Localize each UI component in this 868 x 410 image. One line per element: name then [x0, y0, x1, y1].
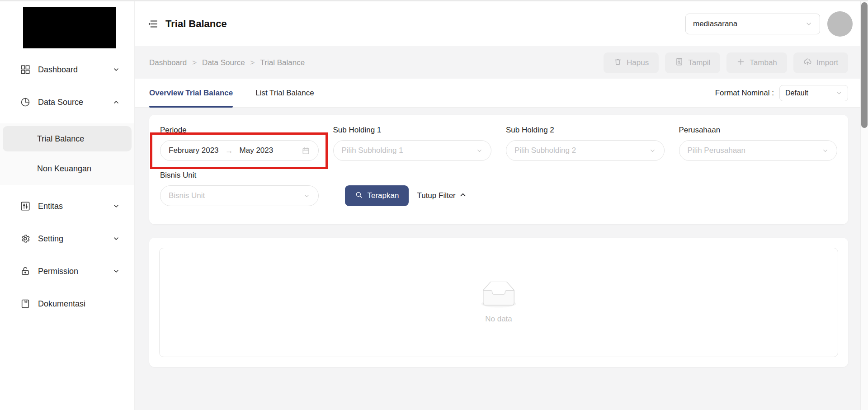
- file-search-icon: [675, 57, 684, 68]
- tab-strip: Overview Trial Balance List Trial Balanc…: [135, 79, 868, 108]
- empty-inbox-icon: [477, 282, 520, 311]
- sub-holding-1-placeholder: Pilih Subholding 1: [342, 146, 403, 155]
- sub-holding-1-select[interactable]: Pilih Subholding 1: [333, 140, 492, 161]
- periode-label: Periode: [160, 126, 319, 135]
- company-logo-redacted: [23, 7, 116, 48]
- terapkan-button[interactable]: Terapkan: [345, 185, 409, 206]
- top-header: Trial Balance mediasarana: [135, 1, 868, 46]
- format-nominal-select[interactable]: Default: [779, 85, 848, 101]
- chevron-down-icon: [836, 90, 842, 96]
- chevron-down-icon: [113, 235, 120, 242]
- workspace-select-value: mediasarana: [693, 19, 737, 28]
- sidebar-item-label: Dashboard: [38, 65, 78, 75]
- scrollbar-thumb[interactable]: [861, 2, 868, 128]
- tab-list-trial-balance[interactable]: List Trial Balance: [255, 79, 314, 107]
- bisnis-unit-label: Bisnis Unit: [160, 171, 319, 180]
- sub-holding-1-label: Sub Holding 1: [333, 126, 492, 135]
- hapus-button-label: Hapus: [627, 58, 649, 67]
- sub-holding-1-filter: Sub Holding 1 Pilih Subholding 1: [333, 126, 492, 161]
- filter-panel: Periode February 2023 → May 2023: [149, 115, 848, 224]
- chevron-down-icon: [303, 193, 310, 199]
- data-source-submenu: Trial Balance Non Keuangan: [0, 123, 134, 185]
- sidebar-item-label: Dokumentasi: [38, 299, 85, 309]
- format-nominal-label: Format Nominal :: [715, 89, 774, 98]
- pie-chart-icon: [20, 97, 31, 108]
- format-nominal: Format Nominal : Default: [715, 85, 848, 101]
- tambah-button-label: Tambah: [750, 58, 777, 67]
- chevron-down-icon: [113, 203, 120, 210]
- format-nominal-value: Default: [785, 89, 808, 97]
- periode-filter: Periode February 2023 → May 2023: [160, 126, 319, 161]
- chevron-down-icon: [476, 147, 483, 154]
- tampil-button[interactable]: Tampil: [665, 52, 720, 73]
- avatar[interactable]: [827, 11, 853, 37]
- sidebar-item-dashboard[interactable]: Dashboard: [0, 58, 134, 81]
- cloud-upload-icon: [803, 57, 812, 68]
- filter-grid: Periode February 2023 → May 2023: [160, 126, 837, 206]
- plus-icon: [736, 57, 745, 68]
- toolbar: Hapus Tampil Tambah Import: [604, 52, 848, 73]
- page-scrollbar[interactable]: [860, 1, 868, 410]
- terapkan-button-label: Terapkan: [368, 191, 399, 200]
- sidebar-item-entitas[interactable]: Entitas: [0, 195, 134, 217]
- chevron-down-icon: [113, 268, 120, 275]
- hapus-button[interactable]: Hapus: [604, 52, 659, 73]
- chevron-down-icon: [649, 147, 656, 154]
- sub-holding-2-label: Sub Holding 2: [506, 126, 665, 135]
- periode-range-picker[interactable]: February 2023 → May 2023: [160, 140, 319, 161]
- periode-start-value: February 2023: [169, 146, 219, 155]
- perusahaan-placeholder: Pilih Perusahaan: [688, 146, 746, 155]
- sliders-icon: [20, 201, 31, 212]
- main-area: Trial Balance mediasarana Dashboard > Da…: [135, 1, 868, 410]
- trash-icon: [613, 57, 622, 68]
- breadcrumb-dashboard[interactable]: Dashboard: [149, 58, 187, 67]
- bisnis-unit-filter: Bisnis Unit Bisnis Unit: [160, 171, 319, 206]
- tutup-filter-link[interactable]: Tutup Filter: [417, 191, 466, 201]
- app-root: Dashboard Data Source Trial Balance: [0, 1, 868, 410]
- sidebar-item-setting[interactable]: Setting: [0, 227, 134, 250]
- submenu-item-label: Non Keuangan: [37, 164, 91, 174]
- sidebar-item-permission[interactable]: Permission: [0, 260, 134, 283]
- empty-state-text: No data: [485, 315, 512, 324]
- tab-label: List Trial Balance: [255, 89, 314, 98]
- sidebar-item-dokumentasi[interactable]: Dokumentasi: [0, 292, 134, 315]
- import-button[interactable]: Import: [793, 52, 848, 73]
- sidebar-item-data-source[interactable]: Data Source: [0, 91, 134, 113]
- bisnis-unit-placeholder: Bisnis Unit: [169, 191, 205, 200]
- breadcrumb: Dashboard > Data Source > Trial Balance: [149, 58, 305, 67]
- content-area: Dashboard > Data Source > Trial Balance …: [135, 46, 868, 410]
- sidebar-item-label: Entitas: [38, 202, 63, 211]
- sidebar-item-label: Permission: [38, 267, 78, 276]
- submenu-item-label: Trial Balance: [37, 134, 84, 144]
- search-icon: [355, 191, 363, 201]
- chevron-down-icon: [113, 66, 120, 73]
- perusahaan-select[interactable]: Pilih Perusahaan: [679, 140, 838, 161]
- tambah-button[interactable]: Tambah: [726, 52, 787, 73]
- sub-holding-2-placeholder: Pilih Subholding 2: [514, 146, 576, 155]
- sidebar-item-trial-balance[interactable]: Trial Balance: [3, 126, 132, 151]
- tampil-button-label: Tampil: [688, 58, 710, 67]
- perusahaan-filter: Perusahaan Pilih Perusahaan: [679, 126, 838, 161]
- chevron-down-icon: [822, 147, 829, 154]
- sub-holding-2-select[interactable]: Pilih Subholding 2: [506, 140, 665, 161]
- workspace-select[interactable]: mediasarana: [685, 14, 820, 34]
- sidebar-item-non-keuangan[interactable]: Non Keuangan: [0, 156, 134, 181]
- breadcrumb-separator: >: [192, 58, 197, 67]
- sidebar-item-label: Setting: [38, 234, 63, 244]
- bisnis-unit-select[interactable]: Bisnis Unit: [160, 185, 319, 206]
- chevron-up-icon: [113, 99, 120, 106]
- breadcrumb-separator: >: [250, 58, 255, 67]
- breadcrumb-trial-balance[interactable]: Trial Balance: [260, 58, 305, 67]
- gear-icon: [20, 233, 31, 244]
- tutup-filter-label: Tutup Filter: [417, 191, 455, 200]
- sidebar: Dashboard Data Source Trial Balance: [0, 1, 135, 410]
- sub-holding-2-filter: Sub Holding 2 Pilih Subholding 2: [506, 126, 665, 161]
- sidebar-item-label: Data Source: [38, 98, 83, 107]
- book-icon: [20, 298, 31, 309]
- tab-overview-trial-balance[interactable]: Overview Trial Balance: [149, 79, 233, 107]
- sidebar-menu: Dashboard Data Source Trial Balance: [0, 58, 134, 315]
- chevron-up-icon: [459, 191, 467, 201]
- import-button-label: Import: [816, 58, 838, 67]
- breadcrumb-data-source[interactable]: Data Source: [202, 58, 245, 67]
- menu-fold-icon[interactable]: [147, 19, 158, 29]
